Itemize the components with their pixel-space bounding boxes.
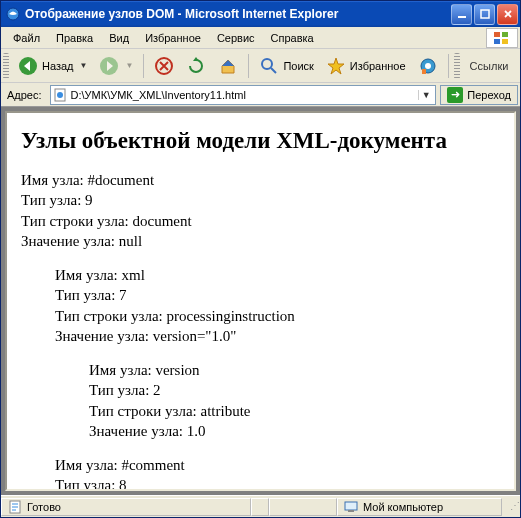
menu-view[interactable]: Вид bbox=[101, 30, 137, 46]
chevron-down-icon: ▼ bbox=[125, 61, 133, 70]
address-value: D:\УМК\УМК_XML\Inventory11.html bbox=[71, 89, 415, 101]
search-icon bbox=[259, 56, 279, 76]
node-type: Тип узла: 2 bbox=[89, 380, 500, 400]
page-document: Узлы объектной модели XML-документа Имя … bbox=[5, 111, 516, 491]
links-menu[interactable]: Ссылки bbox=[464, 60, 515, 72]
window-title: Отображение узлов DOM - Microsoft Intern… bbox=[25, 7, 451, 21]
node-string-type: Тип строки узла: processinginstruction bbox=[55, 306, 500, 326]
chevron-down-icon: ▼ bbox=[80, 61, 88, 70]
go-arrow-icon: ➜ bbox=[447, 87, 463, 103]
svg-rect-6 bbox=[502, 39, 508, 44]
menu-bar: Файл Правка Вид Избранное Сервис Справка bbox=[1, 27, 520, 49]
address-input[interactable]: D:\УМК\УМК_XML\Inventory11.html ▼ bbox=[50, 85, 437, 105]
status-ready-text: Готово bbox=[27, 501, 61, 513]
chevron-down-icon[interactable]: ▼ bbox=[418, 90, 433, 100]
links-label: Ссылки bbox=[470, 60, 509, 72]
node-string-type: Тип строки узла: document bbox=[21, 211, 500, 231]
forward-icon bbox=[99, 56, 119, 76]
status-zone-pane: Мой компьютер bbox=[337, 498, 502, 516]
menu-favorites[interactable]: Избранное bbox=[137, 30, 209, 46]
resize-grip[interactable]: ⋰ bbox=[502, 503, 520, 511]
back-icon bbox=[18, 56, 38, 76]
stop-button[interactable] bbox=[149, 52, 179, 80]
node-name: Имя узла: #comment bbox=[55, 455, 500, 475]
go-label: Переход bbox=[467, 89, 511, 101]
back-button[interactable]: Назад ▼ bbox=[13, 52, 92, 80]
toolbar-grip[interactable] bbox=[454, 53, 460, 79]
node-name: Имя узла: #document bbox=[21, 170, 500, 190]
page-icon bbox=[53, 88, 67, 102]
menu-edit[interactable]: Правка bbox=[48, 30, 101, 46]
node-string-type: Тип строки узла: attribute bbox=[89, 401, 500, 421]
star-icon bbox=[326, 56, 346, 76]
toolbar-grip[interactable] bbox=[3, 53, 9, 79]
status-pane-empty bbox=[269, 498, 337, 516]
my-computer-icon bbox=[344, 500, 358, 514]
svg-rect-1 bbox=[458, 16, 466, 18]
search-label: Поиск bbox=[283, 60, 313, 72]
ie-icon bbox=[5, 6, 21, 22]
windows-logo-icon bbox=[486, 28, 518, 48]
back-label: Назад bbox=[42, 60, 74, 72]
menu-help[interactable]: Справка bbox=[263, 30, 322, 46]
svg-rect-5 bbox=[494, 39, 500, 44]
search-button[interactable]: Поиск bbox=[254, 52, 318, 80]
status-zone-text: Мой компьютер bbox=[363, 501, 443, 513]
minimize-button[interactable] bbox=[451, 4, 472, 25]
go-button[interactable]: ➜ Переход bbox=[440, 85, 518, 105]
svg-point-10 bbox=[262, 59, 272, 69]
refresh-icon bbox=[186, 56, 206, 76]
content-viewport: Узлы объектной модели XML-документа Имя … bbox=[1, 107, 520, 495]
favorites-label: Избранное bbox=[350, 60, 406, 72]
address-bar: Адрес: D:\УМК\УМК_XML\Inventory11.html ▼… bbox=[1, 83, 520, 107]
menu-tools[interactable]: Сервис bbox=[209, 30, 263, 46]
menu-file[interactable]: Файл bbox=[5, 30, 48, 46]
svg-rect-2 bbox=[481, 10, 489, 18]
status-ready-pane: Готово bbox=[1, 498, 251, 516]
svg-point-15 bbox=[57, 92, 63, 98]
svg-rect-3 bbox=[494, 32, 500, 37]
svg-rect-13 bbox=[422, 69, 426, 74]
node-name: Имя узла: xml bbox=[55, 265, 500, 285]
media-button[interactable] bbox=[413, 52, 443, 80]
address-label: Адрес: bbox=[3, 89, 46, 101]
forward-button[interactable]: ▼ bbox=[94, 52, 138, 80]
document-icon bbox=[8, 500, 22, 514]
node-block: Имя узла: xmlТип узла: 7Тип строки узла:… bbox=[55, 265, 500, 346]
node-type: Тип узла: 7 bbox=[55, 285, 500, 305]
page-heading: Узлы объектной модели XML-документа bbox=[21, 125, 500, 156]
node-value: Значение узла: version="1.0" bbox=[55, 326, 500, 346]
node-type: Тип узла: 8 bbox=[55, 475, 500, 491]
home-button[interactable] bbox=[213, 52, 243, 80]
title-bar: Отображение узлов DOM - Microsoft Intern… bbox=[1, 1, 520, 27]
refresh-button[interactable] bbox=[181, 52, 211, 80]
home-icon bbox=[218, 56, 238, 76]
node-block: Имя узла: versionТип узла: 2Тип строки у… bbox=[89, 360, 500, 441]
stop-icon bbox=[154, 56, 174, 76]
node-value: Значение узла: 1.0 bbox=[89, 421, 500, 441]
svg-rect-18 bbox=[348, 510, 354, 512]
node-value: Значение узла: null bbox=[21, 231, 500, 251]
node-block: Имя узла: #documentТип узла: 9Тип строки… bbox=[21, 170, 500, 251]
svg-rect-17 bbox=[345, 502, 357, 510]
svg-point-12 bbox=[425, 63, 431, 69]
node-block: Имя узла: #commentТип узла: 8 bbox=[55, 455, 500, 491]
node-type: Тип узла: 9 bbox=[21, 190, 500, 210]
close-button[interactable] bbox=[497, 4, 518, 25]
node-name: Имя узла: version bbox=[89, 360, 500, 380]
status-pane-empty bbox=[251, 498, 269, 516]
maximize-button[interactable] bbox=[474, 4, 495, 25]
status-bar: Готово Мой компьютер ⋰ bbox=[1, 495, 520, 517]
favorites-button[interactable]: Избранное bbox=[321, 52, 411, 80]
media-icon bbox=[418, 56, 438, 76]
svg-rect-4 bbox=[502, 32, 508, 37]
toolbar: Назад ▼ ▼ Поиск Избранное Ссылки bbox=[1, 49, 520, 83]
